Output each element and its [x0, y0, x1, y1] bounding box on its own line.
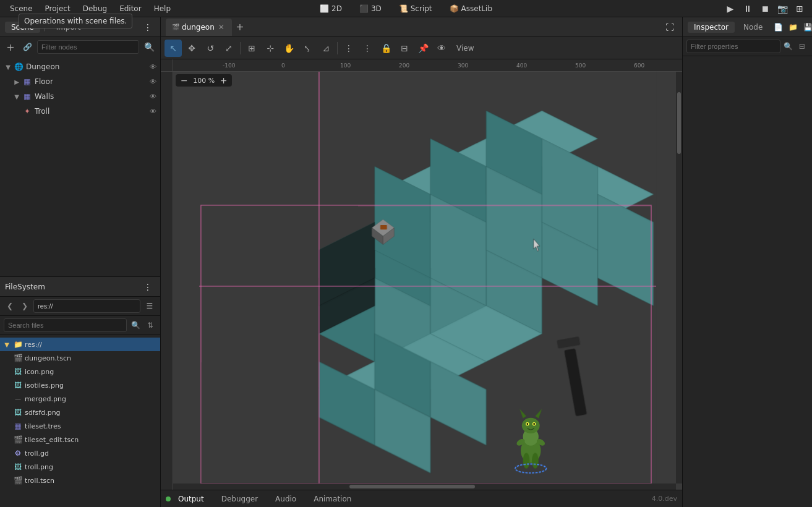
- tree-item-dungeon[interactable]: ▼ 🌐 Dungeon 👁: [0, 59, 160, 74]
- fs-item-troll-png[interactable]: 🖼 troll.png: [0, 460, 160, 474]
- fs-item-tileset-tres[interactable]: ▦ tileset.tres: [0, 419, 160, 433]
- tab-add-button[interactable]: +: [233, 20, 247, 34]
- tab-close-button[interactable]: ✕: [217, 22, 226, 32]
- tool-script[interactable]: 📜 Script: [394, 3, 437, 14]
- tool-scale[interactable]: ⤢: [220, 40, 237, 57]
- tool-vis2[interactable]: 👁: [433, 40, 450, 57]
- add-node-button[interactable]: +: [4, 40, 17, 54]
- scene-options-button[interactable]: ⋮: [140, 20, 155, 35]
- fs-item-res[interactable]: ▼ 📁 res://: [0, 338, 160, 351]
- menu-project[interactable]: Project: [40, 3, 75, 14]
- floor-label: Floor: [35, 77, 147, 86]
- filter-nodes-input[interactable]: [37, 40, 139, 54]
- tab-dungeon[interactable]: 🎬 dungeon ✕: [166, 19, 232, 36]
- scrollbar-v[interactable]: [676, 72, 682, 484]
- inspector-tab[interactable]: Inspector: [688, 22, 735, 33]
- troll-visibility[interactable]: 👁: [148, 106, 158, 116]
- svg-point-71: [533, 423, 535, 425]
- floor-arrow[interactable]: ▶: [12, 77, 21, 86]
- menu-editor[interactable]: Editor: [114, 3, 147, 14]
- fs-item-merged[interactable]: — merged.png: [0, 392, 160, 406]
- inspector-save[interactable]: 💾: [801, 20, 812, 34]
- fs-item-troll-tscn[interactable]: 🎬 troll.tscn: [0, 474, 160, 487]
- tool-more2[interactable]: ⋮: [359, 40, 376, 57]
- play-button[interactable]: ▶: [723, 1, 738, 16]
- tool-snap-grid[interactable]: ⊞: [243, 40, 260, 57]
- tool-transform[interactable]: ⊿: [317, 40, 335, 57]
- tool-select[interactable]: ↖: [165, 40, 182, 57]
- viewport-fullscreen-button[interactable]: ⛶: [662, 20, 677, 35]
- fs-item-isotiles[interactable]: 🖼 isotiles.png: [0, 378, 160, 392]
- layout-button[interactable]: ⊞: [792, 1, 807, 16]
- scrollbar-h-thumb[interactable]: [349, 485, 475, 488]
- tool-snap2[interactable]: ⊹: [262, 40, 279, 57]
- floor-visibility[interactable]: 👁: [148, 77, 158, 87]
- walls-arrow[interactable]: ▼: [12, 92, 21, 101]
- scrollbar-h[interactable]: [173, 484, 676, 490]
- tool-move-vp[interactable]: ✥: [183, 40, 200, 57]
- tool-zoom-fit[interactable]: ⤣: [299, 40, 316, 57]
- fs-sort-button[interactable]: ⇅: [144, 319, 156, 331]
- troll-anim-icon[interactable]: 🎬: [126, 106, 135, 116]
- camera-button[interactable]: 📷: [775, 1, 790, 16]
- zoom-in-button[interactable]: +: [219, 75, 229, 85]
- menu-scene[interactable]: Scene: [5, 3, 38, 14]
- filter-search-icon[interactable]: 🔍: [782, 40, 795, 53]
- filter-properties-input[interactable]: [686, 40, 780, 53]
- fs-list-toggle[interactable]: ☰: [143, 299, 156, 313]
- filesystem-options-button[interactable]: ⋮: [140, 279, 155, 294]
- viewport-canvas[interactable]: -100 0 100 200 300 400 500 600 -100 0 10…: [161, 59, 682, 490]
- tree-item-floor[interactable]: ▶ ▦ Floor 👁: [0, 74, 160, 89]
- bottom-tab-debugger[interactable]: Debugger: [216, 493, 263, 505]
- stop-button[interactable]: ⏹: [758, 1, 772, 16]
- tooltip: Operations with scene files.: [19, 14, 132, 28]
- inspector-open-script[interactable]: 📁: [786, 20, 800, 34]
- fs-path-input[interactable]: [33, 299, 140, 313]
- tool-lock[interactable]: 🔒: [377, 40, 395, 57]
- bottom-tab-audio[interactable]: Audio: [270, 493, 301, 505]
- pause-button[interactable]: ⏸: [740, 1, 755, 16]
- tree-item-walls[interactable]: ▼ ▦ Walls 👁: [0, 89, 160, 104]
- tool-more1[interactable]: ⋮: [340, 40, 357, 57]
- fs-item-sdfsfd[interactable]: 🖼 sdfsfd.png: [0, 406, 160, 419]
- filesystem-panel: FileSystem ⋮ ❮ ❯ ☰ 🔍 ⇅ ▼ 📁 res://: [0, 277, 160, 507]
- scene-icon-3: 🎬: [13, 475, 23, 485]
- tool-anchor[interactable]: ⊟: [396, 40, 413, 57]
- bottom-tab-output[interactable]: Output: [173, 493, 209, 505]
- tool-3d[interactable]: ⬛ 3D: [354, 3, 387, 14]
- tree-item-troll[interactable]: ✦ Troll 🎬 📜 👁: [0, 104, 160, 119]
- tab-icon: 🎬: [172, 23, 179, 30]
- fs-search-input[interactable]: [4, 318, 127, 332]
- troll-script-icon[interactable]: 📜: [137, 106, 147, 116]
- tool-rotate[interactable]: ↺: [202, 40, 219, 57]
- inspector-new-script[interactable]: 📄: [771, 20, 785, 34]
- fs-search-icon[interactable]: 🔍: [129, 319, 142, 331]
- view-button[interactable]: View: [451, 43, 479, 54]
- res-arrow[interactable]: ▼: [2, 340, 11, 349]
- tool-pan[interactable]: ✋: [280, 40, 297, 57]
- walls-visibility[interactable]: 👁: [148, 92, 158, 101]
- fs-item-icon-png[interactable]: 🖼 icon.png: [0, 365, 160, 378]
- tab-label: dungeon: [182, 23, 215, 32]
- fs-item-troll-gd[interactable]: ⚙ troll.gd: [0, 446, 160, 460]
- fs-item-tileset-edit[interactable]: 🎬 tileset_edit.tscn: [0, 433, 160, 446]
- filter-options-icon[interactable]: ⊟: [796, 40, 809, 53]
- script-icon: 📜: [399, 4, 408, 13]
- menu-debug[interactable]: Debug: [78, 3, 112, 14]
- scrollbar-v-thumb[interactable]: [677, 92, 681, 154]
- bottom-tab-animation[interactable]: Animation: [309, 493, 356, 505]
- zoom-out-button[interactable]: −: [179, 75, 189, 85]
- node-tab[interactable]: Node: [737, 22, 769, 33]
- menu-help[interactable]: Help: [149, 3, 176, 14]
- tool-assetlib[interactable]: 📦 AssetLib: [445, 3, 497, 14]
- tool-pin[interactable]: 📌: [414, 40, 432, 57]
- fs-back-button[interactable]: ❮: [4, 300, 16, 312]
- fs-item-dungeon-tscn[interactable]: 🎬 dungeon.tscn: [0, 351, 160, 365]
- link-node-button[interactable]: 🔗: [20, 40, 35, 54]
- dungeon-visibility[interactable]: 👁: [148, 62, 158, 72]
- tool-2d[interactable]: ⬜ 2D: [315, 3, 347, 14]
- fs-forward-button[interactable]: ❯: [19, 300, 31, 312]
- dungeon-arrow[interactable]: ▼: [4, 62, 12, 71]
- svg-text:500: 500: [575, 62, 586, 69]
- search-nodes-icon[interactable]: 🔍: [142, 40, 156, 54]
